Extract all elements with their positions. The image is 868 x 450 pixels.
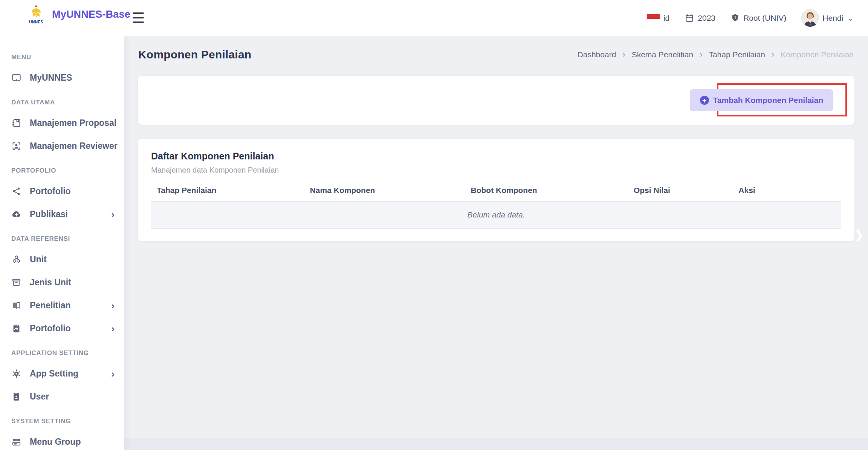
komponen-penilaian-table: Tahap Penilaian Nama Komponen Bobot Komp… (151, 182, 841, 229)
language-selector[interactable]: id (646, 14, 669, 23)
empty-state-message: Belum ada data. (151, 201, 841, 228)
breadcrumb-current: Komponen Penilaian (781, 50, 854, 59)
menu-list-icon (11, 437, 21, 447)
breadcrumb-separator-icon: › (700, 50, 702, 60)
breadcrumb-skema-penelitian[interactable]: Skema Penelitian (632, 50, 693, 59)
sidebar-item-app-setting[interactable]: App Setting › (0, 362, 124, 385)
chevron-right-icon: › (111, 325, 115, 332)
main-content: Komponen Penilaian Dashboard › Skema Pen… (124, 36, 868, 450)
empty-state-row: Belum ada data. (151, 201, 841, 228)
plus-circle-icon: + (700, 96, 709, 105)
column-nama-komponen: Nama Komponen (304, 182, 465, 201)
user-scan-icon (11, 141, 21, 151)
user-name-label: Hendi (822, 14, 843, 23)
avatar (801, 9, 819, 27)
app-title: MyUNNES-Base (52, 9, 130, 20)
sidebar: MENU MyUNNES DATA UTAMA Manajemen Propos… (0, 36, 124, 450)
scroll-next-icon[interactable]: ❯ (854, 227, 865, 242)
unnes-emblem-icon: UNNES (26, 5, 46, 24)
breadcrumb-tahap-penilaian[interactable]: Tahap Penilaian (709, 50, 765, 59)
footer-strip (124, 438, 868, 450)
year-selector[interactable]: 2023 (685, 13, 715, 23)
clipboard-chart-icon (11, 323, 21, 334)
year-label: 2023 (698, 14, 715, 23)
screencast-icon (11, 73, 21, 83)
sidebar-section-portofolio: PORTOFOLIO (0, 158, 124, 180)
gear-icon (11, 369, 21, 379)
column-aksi: Aksi (733, 182, 841, 201)
listing-card: Daftar Komponen Penilaian Manajemen data… (138, 139, 854, 241)
sidebar-item-portofolio-ref[interactable]: Portofolio › (0, 317, 124, 340)
unnes-emblem-text: UNNES (29, 20, 43, 24)
card-title: Daftar Komponen Penilaian (151, 151, 854, 162)
sidebar-section-data-referensi: DATA REFERENSI (0, 226, 124, 248)
top-bar: UNNES MyUNNES-Base id 2023 (0, 0, 868, 36)
sidebar-section-system-setting: SYSTEM SETTING (0, 408, 124, 430)
column-tahap-penilaian: Tahap Penilaian (151, 182, 304, 201)
column-opsi-nilai: Opsi Nilai (628, 182, 733, 201)
breadcrumb-dashboard[interactable]: Dashboard (578, 50, 616, 59)
open-book-icon (11, 300, 21, 311)
app-root: UNNES MyUNNES-Base id 2023 (0, 0, 868, 450)
sidebar-item-menu-group[interactable]: Menu Group (0, 430, 124, 450)
brand-logo[interactable]: UNNES MyUNNES-Base (26, 5, 130, 24)
sidebar-item-manajemen-reviewer[interactable]: Manajemen Reviewer › (0, 135, 124, 158)
cubes-icon (11, 254, 21, 265)
language-label: id (663, 14, 669, 23)
chevron-down-icon: ⌄ (847, 16, 854, 20)
role-selector[interactable]: Root (UNIV) (730, 13, 786, 23)
add-button-label: Tambah Komponen Penilaian (713, 96, 823, 105)
sidebar-section-menu: MENU (0, 44, 124, 66)
actions-card: + Tambah Komponen Penilaian (138, 76, 854, 125)
chevron-right-icon: › (111, 211, 115, 218)
indonesia-flag-icon (646, 14, 660, 22)
share-icon (11, 186, 21, 196)
breadcrumb: Dashboard › Skema Penelitian › Tahap Pen… (578, 50, 854, 60)
breadcrumb-separator-icon: › (772, 50, 774, 60)
sidebar-item-myunnes[interactable]: MyUNNES (0, 66, 124, 89)
sidebar-section-data-utama: DATA UTAMA (0, 89, 124, 112)
cloud-upload-icon (11, 209, 21, 219)
notebook-icon (11, 118, 21, 128)
sidebar-item-user[interactable]: User (0, 385, 124, 408)
id-badge-icon (11, 392, 21, 402)
page-header: Komponen Penilaian Dashboard › Skema Pen… (138, 46, 854, 64)
role-label: Root (UNIV) (743, 14, 786, 23)
breadcrumb-separator-icon: › (622, 50, 625, 60)
page-title: Komponen Penilaian (138, 48, 251, 61)
calendar-icon (685, 13, 694, 23)
chevron-right-icon: › (111, 302, 115, 309)
table-header-row: Tahap Penilaian Nama Komponen Bobot Komp… (151, 182, 841, 201)
sidebar-item-penelitian[interactable]: Penelitian › (0, 294, 124, 317)
topbar-right-group: id 2023 Root (UNIV) (646, 0, 854, 36)
chevron-right-icon: › (111, 370, 115, 378)
archive-box-icon (11, 277, 21, 288)
sidebar-item-unit[interactable]: Unit (0, 248, 124, 271)
sidebar-item-jenis-unit[interactable]: Jenis Unit (0, 271, 124, 294)
shield-icon (730, 13, 740, 23)
sidebar-item-portofolio[interactable]: Portofolio (0, 180, 124, 203)
sidebar-section-application-setting: APPLICATION SETTING (0, 340, 124, 362)
card-subtitle: Manajemen data Komponen Penilaian (151, 166, 854, 174)
user-menu[interactable]: Hendi ⌄ (801, 9, 854, 27)
column-bobot-komponen: Bobot Komponen (465, 182, 628, 201)
hamburger-menu-icon[interactable] (133, 12, 144, 23)
add-komponen-penilaian-button[interactable]: + Tambah Komponen Penilaian (690, 89, 833, 111)
sidebar-item-publikasi[interactable]: Publikasi › (0, 203, 124, 226)
sidebar-item-manajemen-proposal[interactable]: Manajemen Proposal › (0, 112, 124, 135)
